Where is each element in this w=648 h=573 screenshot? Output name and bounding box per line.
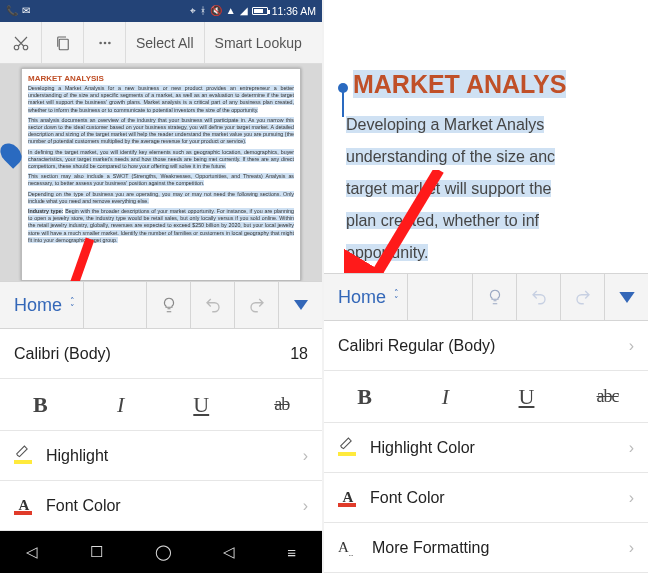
expand-arrow-button[interactable] — [278, 282, 322, 328]
home-tab-button[interactable]: Home ˄˅ — [0, 282, 84, 328]
status-time: 11:36 AM — [272, 5, 316, 17]
svg-rect-2 — [59, 39, 68, 50]
bluetooth-icon: ᚼ — [200, 6, 206, 16]
top-toolbar: Select All Smart Lookup — [0, 22, 322, 64]
more-formatting-label: More Formatting — [372, 539, 489, 557]
doc-paragraph: Begin with the broader descriptions of y… — [28, 208, 294, 243]
svg-point-3 — [99, 41, 102, 44]
signal-icon: ◢ — [240, 6, 248, 16]
home-tab-label: Home — [14, 295, 62, 316]
ribbon-bar: Home ˄˅ — [0, 281, 322, 329]
more-button[interactable] — [84, 22, 126, 63]
underline-button[interactable]: U — [486, 371, 567, 422]
menu-nav-icon[interactable]: ≡ — [287, 544, 296, 561]
font-color-label: Font Color — [370, 489, 445, 507]
doc-paragraph: Developing a Market Analysis for a new b… — [28, 85, 294, 113]
gps-icon: ⌖ — [190, 6, 196, 16]
bold-button[interactable]: B — [324, 371, 405, 422]
chevron-updown-icon: ˄˅ — [394, 290, 399, 304]
italic-button[interactable]: I — [405, 371, 486, 422]
format-options: Calibri (Body) 18 B I U ab Highlight › A… — [0, 329, 322, 531]
smart-lookup-button[interactable]: Smart Lookup — [205, 22, 312, 63]
right-pane: MARKET ANALYS Developing a Market Analys… — [324, 0, 648, 573]
text-style-row: B I U ab — [0, 379, 322, 431]
doc-line: opportunity. — [346, 244, 428, 261]
undo-button[interactable] — [190, 282, 234, 328]
phone-icon: 📞 — [6, 6, 18, 16]
font-color-row[interactable]: A Font Color › — [0, 481, 322, 531]
doc-line: Developing a Market Analys — [346, 116, 544, 133]
wifi-icon: ▲ — [226, 6, 236, 16]
font-color-label: Font Color — [46, 497, 121, 515]
doc-paragraph: In defining the target market, you will … — [28, 149, 294, 169]
svg-point-0 — [14, 45, 19, 50]
home-tab-button[interactable]: Home ˄˅ — [324, 274, 408, 320]
font-color-row[interactable]: A Font Color › — [324, 473, 648, 523]
chevron-right-icon: › — [303, 447, 308, 465]
strikethrough-button[interactable]: abc — [567, 371, 648, 422]
home-nav-icon[interactable]: ◯ — [155, 543, 172, 561]
redo-button[interactable] — [234, 282, 278, 328]
undo-button[interactable] — [516, 274, 560, 320]
highlight-label: Highlight Color — [370, 439, 475, 457]
doc-paragraph: Depending on the type of business you ar… — [28, 191, 294, 204]
chevron-right-icon: › — [629, 439, 634, 457]
battery-icon — [252, 7, 268, 15]
mute-icon: 🔇 — [210, 6, 222, 16]
document-area-zoom[interactable]: MARKET ANALYS Developing a Market Analys… — [324, 0, 648, 273]
italic-button[interactable]: I — [81, 379, 162, 430]
status-bar: 📞 ✉ ⌖ ᚼ 🔇 ▲ ◢ 11:36 AM — [0, 0, 322, 22]
expand-arrow-button[interactable] — [604, 274, 648, 320]
chevron-right-icon: › — [303, 497, 308, 515]
font-color-icon: A — [338, 489, 358, 507]
document-page-zoom: MARKET ANALYS Developing a Market Analys… — [334, 0, 648, 273]
copy-button[interactable] — [42, 22, 84, 63]
left-pane: 📞 ✉ ⌖ ᚼ 🔇 ▲ ◢ 11:36 AM Select All Sma — [0, 0, 324, 573]
tell-me-button[interactable] — [472, 274, 516, 320]
cut-button[interactable] — [0, 22, 42, 63]
doc-line: plan created, whether to inf — [346, 212, 539, 229]
back-nav-icon-2[interactable]: ◁ — [223, 543, 235, 561]
home-tab-label: Home — [338, 287, 386, 308]
font-picker-row[interactable]: Calibri (Body) 18 — [0, 329, 322, 379]
svg-point-4 — [103, 41, 106, 44]
more-formatting-row[interactable]: A.. More Formatting › — [324, 523, 648, 573]
svg-point-5 — [108, 41, 111, 44]
font-color-icon: A — [14, 497, 34, 515]
highlight-icon — [338, 440, 358, 456]
underline-button[interactable]: U — [161, 379, 242, 430]
font-name: Calibri Regular (Body) — [338, 337, 495, 355]
select-all-button[interactable]: Select All — [126, 22, 205, 63]
highlight-icon — [14, 448, 34, 464]
doc-paragraph: This section may also include a SWOT (St… — [28, 173, 294, 186]
chevron-right-icon: › — [629, 489, 634, 507]
document-area[interactable]: MARKET ANALYSIS Developing a Market Anal… — [0, 64, 322, 281]
ribbon-bar: Home ˄˅ — [324, 273, 648, 321]
chevron-updown-icon: ˄˅ — [70, 298, 75, 312]
doc-title: MARKET ANALYSIS — [28, 74, 294, 83]
format-options: Calibri Regular (Body) › B I U abc Highl… — [324, 321, 648, 573]
highlight-row[interactable]: Highlight Color › — [324, 423, 648, 473]
highlight-row[interactable]: Highlight › — [0, 431, 322, 481]
doc-paragraph: This analysis documents an overview of t… — [28, 117, 294, 145]
svg-point-1 — [23, 45, 28, 50]
more-formatting-icon: A.. — [338, 539, 360, 557]
bold-button[interactable]: B — [0, 379, 81, 430]
back-nav-icon[interactable]: ◁ — [26, 543, 38, 561]
voicemail-icon: ✉ — [22, 6, 30, 16]
chevron-right-icon: › — [629, 337, 634, 355]
doc-title: MARKET ANALYS — [353, 70, 566, 98]
highlight-label: Highlight — [46, 447, 108, 465]
chevron-right-icon: › — [629, 539, 634, 557]
document-page: MARKET ANALYSIS Developing a Market Anal… — [21, 68, 301, 281]
redo-button[interactable] — [560, 274, 604, 320]
tell-me-button[interactable] — [146, 282, 190, 328]
android-nav-bar: ◁ ☐ ◯ ◁ ≡ — [0, 531, 322, 573]
doc-subhead: Industry type: — [28, 208, 63, 214]
font-picker-row[interactable]: Calibri Regular (Body) › — [324, 321, 648, 371]
recent-nav-icon[interactable]: ☐ — [90, 543, 103, 561]
strikethrough-button[interactable]: ab — [242, 379, 323, 430]
doc-line: understanding of the size anc — [346, 148, 555, 165]
text-style-row: B I U abc — [324, 371, 648, 423]
font-name: Calibri (Body) — [14, 345, 111, 363]
